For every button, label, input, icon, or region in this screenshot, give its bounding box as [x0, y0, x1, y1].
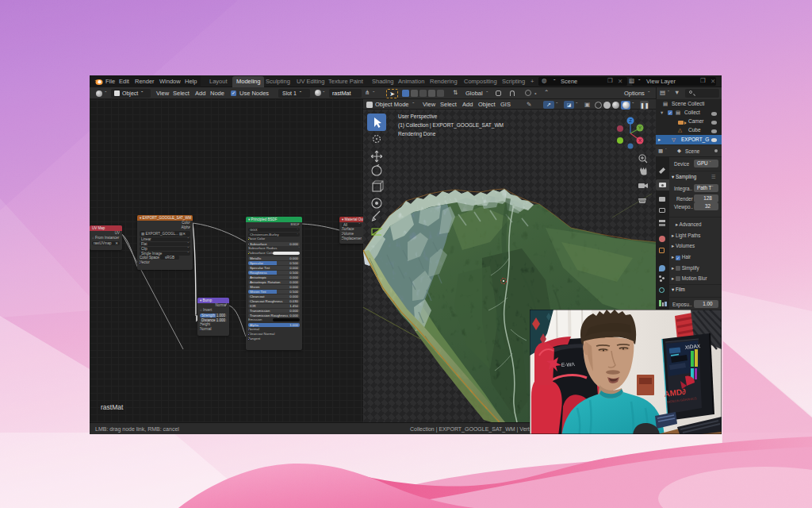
svg-text:X: X — [638, 138, 642, 143]
svg-text:Z: Z — [629, 118, 632, 123]
svg-text:E-WΛ: E-WΛ — [561, 361, 576, 368]
svg-text:Y: Y — [638, 125, 642, 130]
